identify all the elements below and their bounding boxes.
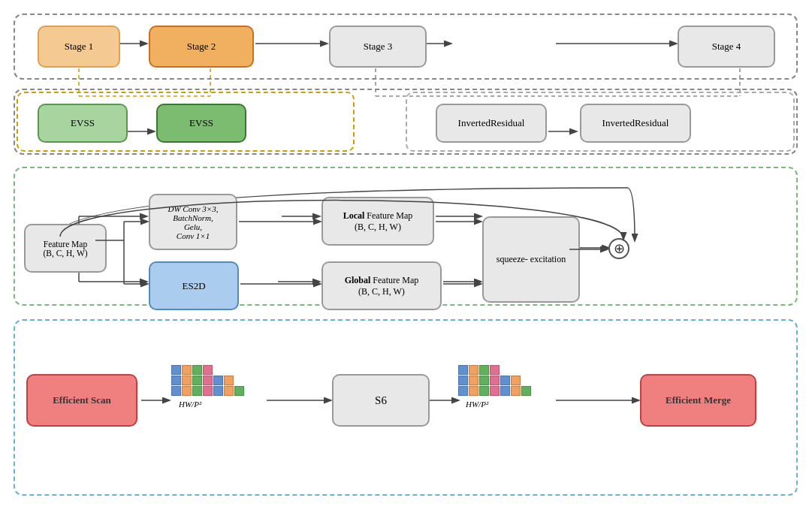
squeeze-excitation-label: squeeze- excitation (497, 254, 566, 265)
feature-map-box: Feature Map(B, C, H, W) (24, 224, 107, 273)
evss2-label: EVSS (189, 117, 213, 129)
global-fm-box: Global Feature Map(B, C, H, W) (321, 261, 442, 310)
evss1-box: EVSS (38, 104, 128, 143)
plus-circle: ⊕ (608, 238, 629, 259)
stage2-label: Stage 2 (187, 41, 216, 53)
efficient-scan-label: Efficient Scan (53, 394, 111, 406)
ir1-label: InvertedResidual (458, 117, 525, 129)
efficient-scan-box: Efficient Scan (26, 374, 137, 427)
s6-label: S6 (375, 394, 387, 407)
evss1-label: EVSS (71, 117, 95, 129)
evss2-box: EVSS (156, 104, 246, 143)
local-fm-box: Local Feature Map(B, C, H, W) (321, 197, 434, 246)
tensor-stack-left: HW/P² (171, 365, 261, 436)
local-fm-label: Local Feature Map(B, C, H, W) (343, 210, 413, 233)
es2d-label: ES2D (182, 280, 205, 292)
stage4-box: Stage 4 (678, 26, 775, 68)
ir2-label: InvertedResidual (602, 117, 669, 129)
plus-symbol: ⊕ (614, 240, 625, 257)
stage3-box: Stage 3 (329, 26, 427, 68)
efficient-merge-label: Efficient Merge (666, 394, 731, 406)
main-container: Stage 1 Stage 2 Stage 3 Stage 4 EVSS EVS… (8, 8, 804, 503)
hw-p2-right-label: HW/P² (466, 400, 548, 409)
stage2-box: Stage 2 (149, 26, 254, 68)
dw-conv-box: DW Conv 3×3,BatchNorm,Gelu,Conv 1×1 (149, 194, 237, 250)
hw-p2-left-label: HW/P² (179, 400, 261, 409)
global-fm-label: Global Feature Map(B, C, H, W) (345, 275, 419, 297)
stage1-label: Stage 1 (65, 41, 94, 53)
stage1-box: Stage 1 (38, 26, 120, 68)
dw-conv-label: DW Conv 3×3,BatchNorm,Gelu,Conv 1×1 (168, 204, 219, 240)
s6-box: S6 (332, 374, 430, 427)
feature-map-label: Feature Map(B, C, H, W) (43, 240, 87, 258)
es2d-box: ES2D (149, 261, 239, 310)
ir1-box: InvertedResidual (436, 104, 547, 143)
efficient-merge-box: Efficient Merge (640, 374, 756, 427)
tensor-stack-right: HW/P² (458, 365, 548, 436)
stage3-label: Stage 3 (364, 41, 393, 53)
ir2-box: InvertedResidual (580, 104, 691, 143)
stage4-label: Stage 4 (712, 41, 741, 53)
squeeze-excitation-box: squeeze- excitation (482, 216, 580, 303)
